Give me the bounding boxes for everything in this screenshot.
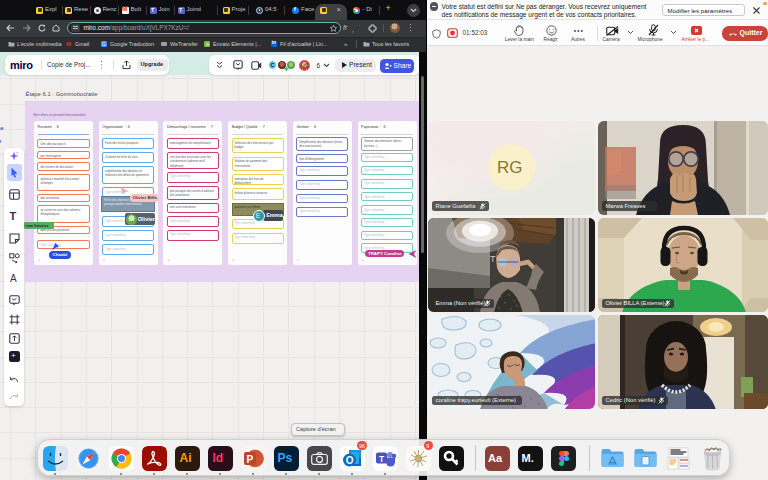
svg-text:P: P bbox=[246, 454, 253, 465]
svg-text:O: O bbox=[345, 455, 353, 466]
svg-text:T: T bbox=[379, 454, 385, 464]
svg-text:T: T bbox=[490, 254, 496, 264]
